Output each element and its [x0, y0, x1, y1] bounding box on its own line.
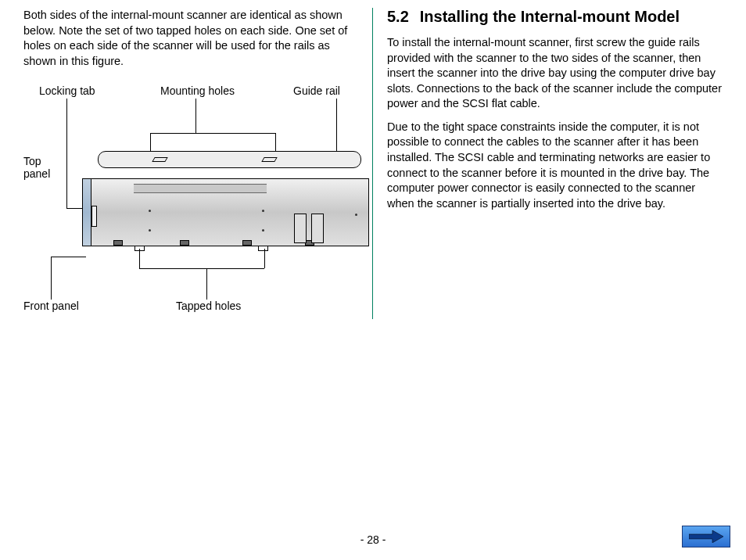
label-locking-tab: Locking tab — [39, 84, 95, 97]
locking-tab-graphic — [91, 206, 97, 227]
scanner-figure: Locking tab Mounting holes Guide rail To… — [23, 77, 368, 319]
page-number: - 28 - — [0, 533, 746, 546]
arrow-right-icon — [689, 530, 723, 543]
front-panel-graphic — [82, 178, 91, 246]
label-front-panel: Front panel — [23, 300, 79, 312]
label-tapped-holes: Tapped holes — [176, 300, 241, 312]
page-body: Both sides of the internal-mount scanner… — [0, 0, 746, 327]
label-top-panel: Top panel — [23, 155, 50, 180]
section-title: Installing the Internal-mount Model — [420, 8, 680, 25]
label-mounting-holes: Mounting holes — [160, 84, 235, 97]
section-number: 5.2 — [387, 8, 409, 26]
right-column: 5.2Installing the Internal-mount Model T… — [373, 8, 730, 319]
scanner-body-graphic — [86, 178, 369, 246]
paragraph-2: Due to the tight space constraints insid… — [387, 120, 723, 211]
paragraph-1: To install the internal-mount scanner, f… — [387, 35, 723, 112]
guide-rail-graphic — [98, 151, 361, 168]
label-guide-rail: Guide rail — [293, 84, 340, 97]
section-heading: 5.2Installing the Internal-mount Model — [387, 8, 723, 26]
intro-paragraph: Both sides of the internal-mount scanner… — [23, 8, 358, 69]
left-column: Both sides of the internal-mount scanner… — [16, 8, 373, 319]
next-page-button[interactable] — [682, 526, 730, 547]
